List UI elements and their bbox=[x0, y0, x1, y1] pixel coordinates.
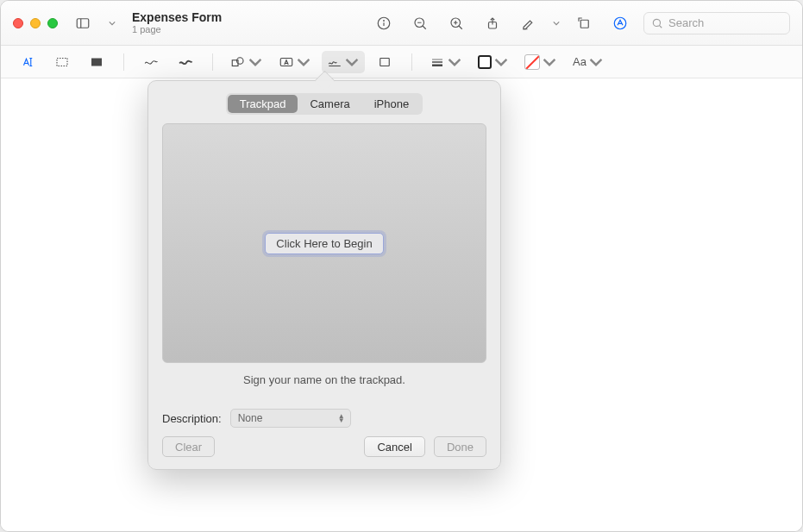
draw-tool[interactable] bbox=[171, 51, 200, 73]
svg-line-6 bbox=[423, 26, 426, 29]
markup-button[interactable] bbox=[607, 11, 633, 35]
fill-color-tool[interactable] bbox=[519, 51, 562, 73]
sidebar-icon bbox=[75, 16, 91, 31]
redact-tool[interactable] bbox=[82, 51, 111, 73]
zoom-out-button[interactable] bbox=[407, 11, 433, 35]
info-icon bbox=[376, 16, 392, 31]
cancel-button[interactable]: Cancel bbox=[364, 436, 424, 457]
highlight-menu-chevron[interactable] bbox=[552, 20, 561, 27]
begin-signing-button[interactable]: Click Here to Begin bbox=[265, 233, 383, 254]
search-field[interactable]: Search bbox=[643, 12, 790, 34]
shapes-tool[interactable] bbox=[225, 51, 268, 73]
chevron-down-icon bbox=[296, 55, 311, 69]
chevron-down-icon bbox=[588, 55, 604, 69]
text-selection-tool[interactable] bbox=[13, 51, 42, 73]
chevron-down-icon bbox=[447, 55, 462, 69]
stroke-color-swatch bbox=[478, 55, 492, 69]
info-button[interactable] bbox=[371, 11, 397, 35]
description-value: None bbox=[238, 412, 263, 424]
signature-instruction: Sign your name on the trackpad. bbox=[162, 373, 486, 386]
fill-color-swatch bbox=[524, 54, 540, 70]
chevron-down-icon bbox=[493, 55, 509, 69]
close-window-button[interactable] bbox=[13, 18, 23, 28]
text-box-icon bbox=[279, 55, 294, 69]
share-icon bbox=[485, 16, 500, 31]
titlebar: Expenses Form 1 page bbox=[1, 1, 802, 46]
zoom-in-icon bbox=[449, 16, 464, 31]
description-select[interactable]: None ▲▼ bbox=[230, 409, 351, 428]
text-style-tool[interactable]: Aa bbox=[568, 51, 609, 73]
stroke-color-tool[interactable] bbox=[473, 51, 514, 73]
done-button[interactable]: Done bbox=[434, 436, 486, 457]
draw-icon bbox=[178, 55, 193, 69]
markup-toolbar: Aa bbox=[1, 46, 802, 78]
sidebar-toggle-button[interactable] bbox=[70, 11, 96, 35]
svg-line-9 bbox=[459, 26, 462, 29]
document-subtitle: 1 page bbox=[132, 24, 222, 35]
signature-source-tabs: Trackpad Camera iPhone bbox=[226, 93, 423, 115]
svg-rect-31 bbox=[380, 58, 390, 66]
minimize-window-button[interactable] bbox=[30, 18, 41, 28]
sidebar-menu-chevron[interactable] bbox=[108, 20, 116, 27]
svg-rect-0 bbox=[77, 18, 89, 28]
select-stepper-icon: ▲▼ bbox=[338, 414, 345, 422]
chevron-down-icon bbox=[542, 55, 557, 69]
svg-line-19 bbox=[659, 25, 662, 28]
zoom-out-icon bbox=[412, 16, 428, 31]
note-tool[interactable] bbox=[370, 51, 399, 73]
popover-footer: Clear Cancel Done bbox=[162, 436, 486, 457]
toolbar-separator bbox=[212, 53, 213, 71]
svg-rect-25 bbox=[91, 58, 102, 66]
toolbar-separator bbox=[123, 53, 124, 71]
toolbar-right-group: Search bbox=[371, 11, 790, 35]
share-button[interactable] bbox=[480, 11, 505, 35]
rect-selection-tool[interactable] bbox=[47, 51, 77, 73]
svg-point-4 bbox=[384, 20, 385, 21]
preview-window: Expenses Form 1 page bbox=[0, 0, 803, 532]
tab-trackpad[interactable]: Trackpad bbox=[228, 95, 298, 113]
redact-icon bbox=[89, 55, 104, 69]
sketch-tool[interactable] bbox=[136, 51, 166, 73]
highlight-icon bbox=[521, 16, 536, 31]
title-block: Expenses Form 1 page bbox=[132, 10, 222, 35]
rect-select-icon bbox=[54, 55, 70, 69]
tab-camera[interactable]: Camera bbox=[298, 95, 361, 113]
chevron-down-icon bbox=[109, 20, 116, 27]
document-title: Expenses Form bbox=[132, 10, 222, 24]
toolbar-separator bbox=[411, 53, 412, 71]
zoom-in-button[interactable] bbox=[443, 11, 469, 35]
svg-point-18 bbox=[653, 19, 660, 26]
zoom-window-button[interactable] bbox=[47, 18, 58, 28]
signature-capture-area[interactable]: Click Here to Begin bbox=[162, 123, 486, 363]
description-label: Description: bbox=[162, 412, 222, 425]
chevron-down-icon bbox=[553, 20, 560, 27]
window-controls bbox=[13, 18, 58, 28]
signature-popover: Trackpad Camera iPhone Click Here to Beg… bbox=[147, 80, 501, 470]
chevron-down-icon bbox=[248, 55, 263, 69]
clear-button[interactable]: Clear bbox=[162, 436, 215, 457]
line-weight-icon bbox=[430, 55, 445, 69]
markup-icon bbox=[612, 16, 628, 31]
rotate-icon bbox=[576, 16, 592, 31]
description-row: Description: None ▲▼ bbox=[162, 409, 486, 428]
note-icon bbox=[377, 55, 392, 69]
chevron-down-icon bbox=[344, 55, 360, 69]
signature-icon bbox=[327, 55, 342, 69]
svg-rect-15 bbox=[580, 20, 588, 28]
highlight-button[interactable] bbox=[516, 11, 542, 35]
text-cursor-icon bbox=[20, 55, 35, 69]
search-icon bbox=[651, 17, 663, 29]
svg-rect-24 bbox=[57, 58, 67, 66]
document-canvas: Trackpad Camera iPhone Click Here to Beg… bbox=[1, 78, 802, 531]
search-placeholder: Search bbox=[668, 16, 704, 29]
shapes-icon bbox=[230, 55, 246, 69]
text-style-label: Aa bbox=[573, 55, 587, 68]
line-style-tool[interactable] bbox=[424, 51, 467, 73]
text-tool[interactable] bbox=[273, 51, 317, 73]
tab-iphone[interactable]: iPhone bbox=[362, 95, 421, 113]
sketch-icon bbox=[143, 55, 159, 69]
rotate-button[interactable] bbox=[571, 11, 597, 35]
sign-tool[interactable] bbox=[322, 51, 365, 73]
